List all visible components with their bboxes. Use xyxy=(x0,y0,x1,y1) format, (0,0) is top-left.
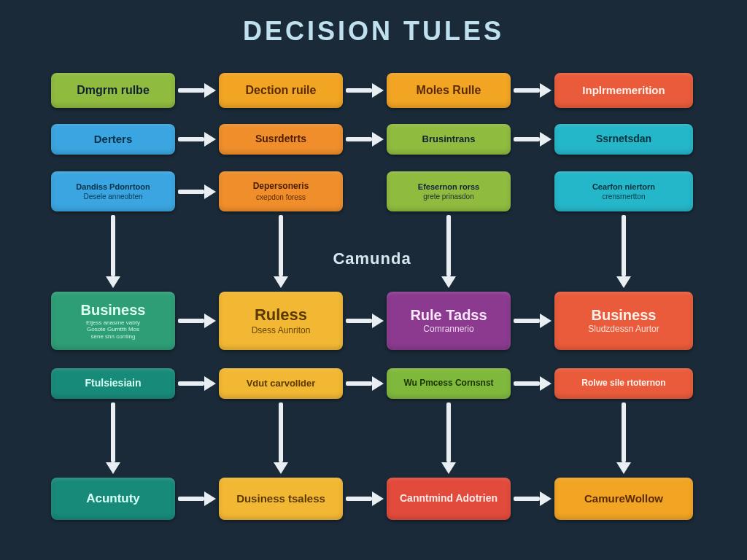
arrow-down-icon xyxy=(109,215,117,288)
box-r6c4: CamureWollow xyxy=(554,478,693,520)
box-r1c3: Moles Rulle xyxy=(387,73,511,108)
arrow-down-icon xyxy=(620,402,627,474)
box-r3c4: Cearfon niertorncrensrnertton xyxy=(554,171,693,211)
arrow-icon xyxy=(178,87,216,94)
box-r5c3: Wu Pmcess Cornsnst xyxy=(387,368,511,399)
center-label: Camunda xyxy=(321,249,423,268)
box-r4c2: RulessDsess Aunriton xyxy=(219,292,343,350)
box-r3c2: Depersoneriscxepdon foress xyxy=(219,171,343,211)
arrow-icon xyxy=(178,188,216,195)
arrow-down-icon xyxy=(445,402,452,474)
arrow-down-icon xyxy=(620,215,627,288)
arrow-down-icon xyxy=(109,402,117,474)
box-r6c3: Canntmind Adotrien xyxy=(387,478,511,520)
arrow-icon xyxy=(346,380,384,387)
box-r2c4: Ssrnetsdan xyxy=(554,124,693,155)
arrow-icon xyxy=(514,495,551,502)
box-r2c1: Derters xyxy=(51,124,175,155)
arrow-icon xyxy=(178,317,216,324)
box-r1c2: Dection ruile xyxy=(219,73,343,108)
box-r6c2: Dusiness tsaless xyxy=(219,478,343,520)
arrow-icon xyxy=(178,136,216,143)
box-r5c1: Ftulsiesiain xyxy=(51,368,175,399)
arrow-icon xyxy=(514,87,551,94)
arrow-down-icon xyxy=(277,402,285,474)
box-r3c1: Dandiss PdonrtoonDesele anneobten xyxy=(51,171,175,211)
box-r5c2: Vdut carvollder xyxy=(219,368,343,399)
arrow-down-icon xyxy=(445,215,452,288)
arrow-icon xyxy=(514,380,551,387)
box-r1c1: Dmgrm rulbe xyxy=(51,73,175,108)
arrow-icon xyxy=(178,495,216,502)
arrow-icon xyxy=(346,495,384,502)
arrow-down-icon xyxy=(277,215,285,288)
box-r4c3: Rule TadssComrannerio xyxy=(387,292,511,350)
arrow-icon xyxy=(514,136,551,143)
arrow-icon xyxy=(178,380,216,387)
box-r6c1: Acuntuty xyxy=(51,478,175,520)
arrow-icon xyxy=(346,317,384,324)
box-r5c4: Rolwe sile rtoternon xyxy=(554,368,693,399)
arrow-icon xyxy=(346,87,384,94)
box-r1c4: Inplrmemerition xyxy=(554,73,693,108)
box-r2c2: Susrdetrts xyxy=(219,124,343,155)
box-r2c3: Brusintrans xyxy=(387,124,511,155)
arrow-icon xyxy=(346,136,384,143)
box-r3c3: Efesernon rorssgrete prinasdon xyxy=(387,171,511,211)
arrow-icon xyxy=(514,317,551,324)
diagram-canvas: DECISION TULES Dmgrm rulbe Dection ruile… xyxy=(0,0,747,560)
box-r4c1: BusinessEljess anasrne vabty Gosote Gurn… xyxy=(51,292,175,350)
diagram-title: DECISION TULES xyxy=(0,16,747,47)
box-r4c4: BusinessSludzdessn Aurtor xyxy=(554,292,693,350)
